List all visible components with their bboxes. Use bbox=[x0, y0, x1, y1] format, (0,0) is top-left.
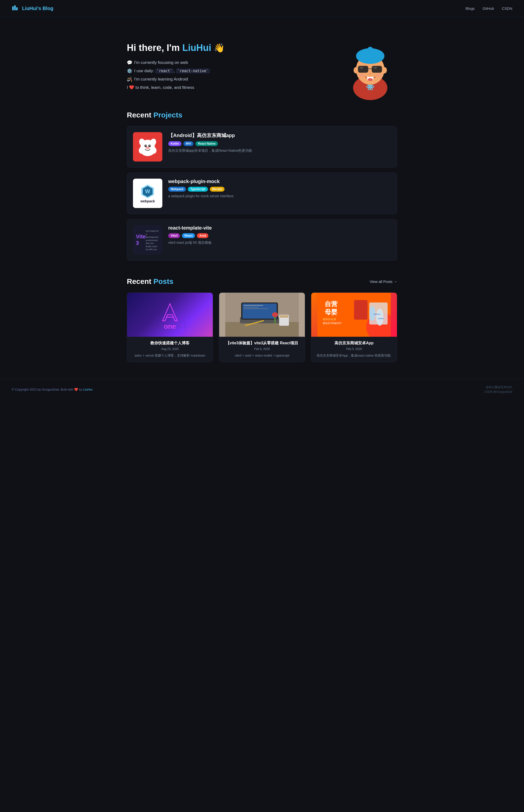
post-desc-3: 高仿京东商城安卓App，集成react native 热更新功能. bbox=[315, 353, 393, 358]
footer-author-link[interactable]: LiuHui bbox=[83, 388, 92, 391]
post-date-1: Aug 23, 2020 bbox=[131, 347, 209, 351]
project-card-webpack[interactable]: W webpack webpack-plugin-mock Webpack Ty… bbox=[127, 172, 397, 214]
svg-text:自营: 自营 bbox=[325, 300, 338, 308]
tag-antd: Antd bbox=[197, 233, 208, 238]
project-thumb-vite: Vite 3 Get ready for a development envir… bbox=[133, 225, 162, 254]
svg-point-15 bbox=[354, 67, 359, 73]
post-3-thumbnail-svg: 自营 母婴 低价好品质 最低至199减100！ Aptamil Nutrilon bbox=[317, 293, 391, 337]
svg-rect-18 bbox=[372, 66, 382, 73]
project-tags-webpack: Webpack TypeScript Mockjs bbox=[168, 187, 234, 192]
post-card-2[interactable]: 【vite3体验篇】vite3从零搭建 React项目 Feb 6, 2020 … bbox=[219, 292, 305, 362]
svg-point-13 bbox=[372, 49, 377, 56]
hero-info: 💬 I'm currently focusing on web ⚙️ I use… bbox=[127, 60, 225, 90]
footer-copyright: © Copyright 2022 by GuoguoDad. Built wit… bbox=[12, 388, 93, 391]
post-card-3[interactable]: 自营 母婴 低价好品质 最低至199减100！ Aptamil Nutrilon… bbox=[311, 292, 397, 362]
gear-icon: ⚙️ bbox=[127, 68, 132, 74]
hero-line-4: I ❤️ to think, learn, code, and fitness bbox=[127, 85, 225, 90]
svg-point-74 bbox=[376, 309, 383, 326]
nav-github[interactable]: GitHub bbox=[482, 6, 494, 11]
recent-projects-section: Recent Projects 【Android】高仿京东商城app bbox=[115, 111, 409, 277]
view-all-posts-link[interactable]: View all Posts → bbox=[370, 280, 397, 284]
svg-text:最低至199减100！: 最低至199减100！ bbox=[323, 322, 343, 324]
webpack-label: webpack bbox=[140, 199, 155, 203]
footer-social-line2: CSDN @GuoguoDad bbox=[484, 390, 512, 394]
hero-section: Hi there, I'm LiuHui 👋 💬 I'm currently f… bbox=[115, 17, 409, 111]
project-card-vite[interactable]: Vite 3 Get ready for a development envir… bbox=[127, 219, 397, 260]
tag-kotlin: Kotlin bbox=[168, 141, 181, 146]
footer-social-line1: @码土圈金技术社区 bbox=[484, 385, 512, 390]
android-icon: 🪃 bbox=[127, 77, 132, 82]
svg-rect-2 bbox=[16, 7, 18, 10]
svg-marker-41 bbox=[163, 304, 177, 321]
svg-rect-1 bbox=[14, 5, 16, 10]
project-tags-jd: Kotlin MVI React Native bbox=[168, 141, 252, 146]
svg-rect-58 bbox=[244, 307, 258, 308]
post-content-3: 高仿京东商城安卓App Feb 5, 2020 高仿京东商城安卓App，集成re… bbox=[311, 337, 397, 362]
footer: © Copyright 2022 by GuoguoDad. Built wit… bbox=[0, 379, 524, 400]
post-card-1[interactable]: one 教你快速搭建个人博客 Aug 23, 2020 astro + verc… bbox=[127, 292, 213, 362]
nav-blogs[interactable]: Blogs bbox=[465, 6, 475, 11]
post-date-2: Feb 6, 2020 bbox=[223, 347, 301, 351]
svg-text:W: W bbox=[145, 188, 150, 194]
post-desc-2: vite3 + antd + redux toolkit + typescrip… bbox=[223, 353, 301, 358]
vite-title-text: Vite 3 bbox=[136, 234, 146, 246]
project-title-vite: react-template-vite bbox=[168, 225, 213, 231]
footer-social: @码土圈金技术社区 CSDN @GuoguoDad bbox=[484, 385, 512, 394]
logo-icon bbox=[12, 4, 20, 12]
svg-text:Aptamil: Aptamil bbox=[374, 313, 380, 315]
project-info-webpack: webpack-plugin-mock Webpack TypeScript M… bbox=[168, 179, 234, 198]
avatar-area bbox=[343, 32, 397, 101]
tag-react: React bbox=[182, 233, 195, 238]
post-thumb-2 bbox=[219, 293, 305, 337]
hero-line-1: 💬 I'm currently focusing on web bbox=[127, 60, 225, 65]
post-1-thumbnail-svg: one bbox=[150, 299, 190, 331]
svg-text:母婴: 母婴 bbox=[325, 308, 338, 316]
logo-area: LiuHui's Blog bbox=[12, 4, 53, 12]
tag-typescript: TypeScript bbox=[188, 187, 208, 192]
svg-point-24 bbox=[368, 78, 373, 81]
hero-line-3: 🪃 I'm currently learning Android bbox=[127, 77, 225, 82]
post-title-2: 【vite3体验篇】vite3从零搭建 React项目 bbox=[223, 341, 301, 346]
posts-grid: one 教你快速搭建个人博客 Aug 23, 2020 astro + verc… bbox=[127, 292, 397, 362]
svg-point-33 bbox=[145, 145, 146, 146]
logo-text: LiuHui's Blog bbox=[22, 6, 53, 11]
post-desc-1: astro + vercel 搭建个人博客，支持解析 markdown bbox=[131, 353, 209, 358]
project-title-jd: 【Android】高仿京东商城app bbox=[168, 132, 252, 139]
hero-line-2: ⚙️ I use daily: `react`, `react-native` bbox=[127, 68, 225, 74]
bubble-icon: 💬 bbox=[127, 60, 132, 65]
project-thumb-webpack: W webpack bbox=[133, 179, 162, 208]
header: LiuHui's Blog Blogs GitHub CSDN bbox=[0, 0, 524, 17]
svg-text:低价好品质: 低价好品质 bbox=[323, 318, 336, 321]
tag-webpack: Webpack bbox=[168, 187, 186, 192]
post-2-thumbnail-svg bbox=[225, 293, 299, 337]
svg-point-25 bbox=[359, 73, 365, 77]
project-thumb-jd bbox=[133, 132, 162, 162]
project-desc-webpack: a webpack plugin for mock server interfa… bbox=[168, 194, 234, 198]
hero-text: Hi there, I'm LiuHui 👋 💬 I'm currently f… bbox=[127, 43, 225, 90]
svg-point-14 bbox=[363, 49, 368, 56]
hero-heading: Hi there, I'm LiuHui 👋 bbox=[127, 43, 225, 53]
svg-rect-57 bbox=[244, 305, 263, 306]
projects-section-title: Recent Projects bbox=[127, 111, 397, 119]
nav-csdn[interactable]: CSDN bbox=[502, 6, 512, 11]
vite-subtitle-text: Get ready for a development environment … bbox=[146, 230, 159, 251]
post-thumb-3: 自营 母婴 低价好品质 最低至199减100！ Aptamil Nutrilon bbox=[311, 293, 397, 337]
svg-rect-71 bbox=[354, 300, 367, 320]
tag-mvi: MVI bbox=[183, 141, 194, 146]
svg-point-35 bbox=[146, 147, 150, 149]
tag-react-native: React Native bbox=[195, 141, 218, 146]
svg-point-22 bbox=[369, 73, 372, 75]
svg-point-7 bbox=[370, 86, 371, 87]
webpack-logo-area: W webpack bbox=[140, 184, 155, 203]
svg-text:Nutrilon: Nutrilon bbox=[378, 318, 384, 319]
post-content-1: 教你快速搭建个人博客 Aug 23, 2020 astro + vercel 搭… bbox=[127, 337, 213, 362]
post-content-2: 【vite3体验篇】vite3从零搭建 React项目 Feb 6, 2020 … bbox=[219, 337, 305, 362]
project-desc-jd: 高仿京东商城app安卓项目，集成React-Native热更功能 bbox=[168, 149, 252, 153]
recent-posts-section: Recent Posts View all Posts → one bbox=[115, 277, 409, 374]
svg-rect-0 bbox=[12, 6, 14, 10]
tag-mockjs: Mockjs bbox=[210, 187, 225, 192]
post-date-3: Feb 5, 2020 bbox=[315, 347, 393, 351]
project-card-jd[interactable]: 【Android】高仿京东商城app Kotlin MVI React Nati… bbox=[127, 126, 397, 168]
webpack-hex-icon: W bbox=[140, 184, 155, 198]
svg-point-20 bbox=[359, 67, 363, 69]
